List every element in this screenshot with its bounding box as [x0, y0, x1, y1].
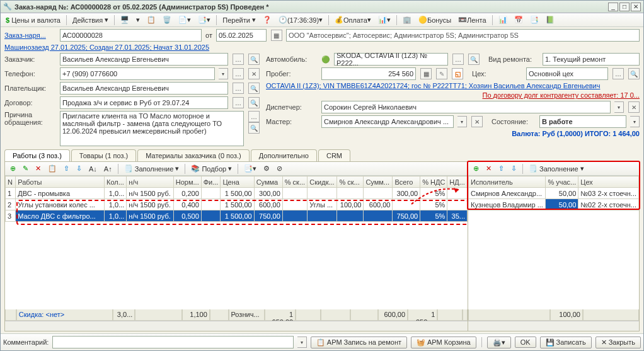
exec-col[interactable]: % учас...	[546, 176, 578, 188]
works-fill-button[interactable]: 🗒️ Заполнение ▾	[122, 163, 182, 174]
pay-button[interactable]: 💰Оплата▾	[332, 14, 374, 25]
exec-scrollbar[interactable]	[468, 321, 639, 331]
shop-lookup[interactable]: …	[612, 68, 624, 79]
works-edit-button[interactable]: ✎	[20, 163, 31, 174]
phone-input[interactable]: +7 (909) 0776600	[60, 67, 215, 80]
h-scrollbar[interactable]	[5, 321, 468, 331]
car-input[interactable]: SKODA, OCTAVIA II (1Z3) № Р222...	[334, 53, 448, 66]
tb-icon-7[interactable]: 📊▾	[376, 14, 393, 25]
mileage-warn[interactable]: ◱	[452, 68, 463, 79]
tape-button[interactable]: 📼Лента	[456, 14, 488, 25]
works-ext3-button[interactable]: ⊘	[274, 163, 285, 174]
works-copy-button[interactable]: 📋	[45, 163, 59, 174]
mileage-input[interactable]: 254 560	[321, 67, 416, 80]
payer-lookup[interactable]: …	[233, 83, 244, 94]
tb-icon-11[interactable]: 📑	[527, 14, 541, 25]
works-col[interactable]: Сумм...	[364, 176, 393, 188]
arm-basket-button[interactable]: 🧺АРМ Корзина	[411, 337, 476, 348]
order-no-input[interactable]: АС00000028	[60, 29, 202, 42]
bonus-button[interactable]: 🟡Бонусы	[416, 14, 454, 25]
tb-icon-4[interactable]: 🗑️	[160, 14, 174, 25]
minimize-button[interactable]: _	[608, 3, 618, 11]
tb-icon-1[interactable]: 🖥️	[118, 14, 132, 25]
tb-icon-10[interactable]: 📅	[512, 14, 526, 25]
exec-del-button[interactable]: ✕	[483, 163, 494, 174]
vin-link[interactable]: OCTAVIA II (1Z3); VIN TMBBE61Z4A2021724;…	[266, 82, 600, 89]
exec-down-button[interactable]: ⇩	[509, 163, 519, 174]
dispatcher-input[interactable]: Сорокин Сергей Николаевич	[321, 101, 611, 113]
reason-lookup[interactable]: …	[248, 111, 260, 122]
print-button[interactable]: 🖨️▾	[487, 337, 511, 348]
works-pick-button[interactable]: 📚 Подбор ▾	[188, 163, 234, 174]
car-lookup[interactable]: …	[452, 54, 464, 65]
master-clear[interactable]: ✕	[471, 116, 483, 127]
phone-lookup[interactable]: …	[233, 68, 244, 79]
dispatcher-dd[interactable]: ▾	[614, 101, 624, 113]
actions-dropdown[interactable]: Действия ▾	[70, 14, 111, 25]
table-row[interactable]: 3Масло ДВС с фильтро...1,0...н/ч 1500 ру…	[6, 210, 468, 222]
works-col[interactable]: Работы	[16, 176, 105, 188]
state-dd[interactable]: ▾	[630, 116, 640, 127]
car-search[interactable]: 🔍	[468, 54, 480, 65]
works-col[interactable]: % ск...	[337, 176, 364, 188]
works-del-button[interactable]: ✕	[33, 163, 43, 174]
tb-time[interactable]: 🕐(17:36:39)▾	[276, 14, 325, 25]
comment-input[interactable]	[52, 336, 293, 348]
shop-input[interactable]: Основной цех	[526, 67, 608, 80]
tb-icon-8[interactable]: 🏢	[400, 14, 414, 25]
works-col[interactable]: Цена	[221, 176, 254, 188]
works-col[interactable]: N	[6, 176, 16, 188]
repair-input[interactable]: 1. Текущий ремонт	[543, 53, 640, 66]
comment-dd[interactable]: ▾	[297, 337, 307, 348]
state-input[interactable]: В работе	[539, 115, 626, 128]
works-col[interactable]: НД...	[447, 176, 468, 188]
works-col[interactable]: % НДС	[420, 176, 447, 188]
tb-icon-6[interactable]: 📑▾	[195, 14, 213, 25]
exec-up-button[interactable]: ⇧	[496, 163, 507, 174]
payer-search[interactable]: 🔍	[248, 83, 260, 94]
works-col[interactable]: Сумма	[254, 176, 282, 188]
ok-button[interactable]: OK	[515, 337, 536, 348]
works-down-button[interactable]: ⇩	[74, 163, 84, 174]
maximize-button[interactable]: □	[619, 3, 630, 11]
tab-extra[interactable]: Дополнительно	[251, 149, 317, 161]
phone-dropdown[interactable]: ▾	[219, 68, 228, 79]
mileage-calc[interactable]: ▦	[420, 68, 432, 79]
works-col[interactable]: Фи...	[201, 176, 221, 188]
prices-currency-button[interactable]: $ Цены и валюта	[3, 15, 63, 25]
works-col[interactable]: Норм...	[173, 176, 201, 188]
go-dropdown[interactable]: Перейти ▾	[220, 14, 258, 25]
works-sort-az-button[interactable]: A↓	[86, 164, 100, 174]
tb-icon-9[interactable]: 📊	[496, 14, 510, 25]
works-grid[interactable]: NРаботыКол...н/чНорм...Фи...ЦенаСумма% с…	[5, 176, 468, 309]
works-col[interactable]: н/ч	[127, 176, 173, 188]
arm-record-button[interactable]: 📋АРМ Запись на ремонт	[311, 337, 407, 348]
tb-help-icon[interactable]: ❓	[260, 14, 274, 25]
works-ext1-button[interactable]: 📑▾	[241, 163, 259, 174]
contract-lookup[interactable]: …	[233, 97, 244, 108]
close-button[interactable]: ✕	[631, 3, 641, 11]
customer-input[interactable]: Васильев Александр Евгеньевич	[60, 53, 228, 66]
table-row[interactable]: Смирнов Александр...50,00№03 2-х стоечн.…	[469, 188, 639, 199]
master-dd[interactable]: ▾	[457, 116, 467, 127]
works-col[interactable]: Кол...	[104, 176, 126, 188]
exec-col[interactable]: Цех	[578, 176, 639, 188]
phone-clear[interactable]: ✕	[248, 68, 260, 79]
customer-search-button[interactable]: 🔍	[248, 54, 260, 65]
works-add-button[interactable]: ⊕	[8, 163, 18, 174]
shop-search[interactable]: 🔍	[628, 68, 640, 79]
payer-input[interactable]: Васильев Александр Евгеньевич	[60, 82, 228, 95]
exec-col[interactable]: Исполнитель	[469, 176, 546, 188]
contract-search[interactable]: 🔍	[248, 97, 260, 108]
works-up-button[interactable]: ⇧	[61, 163, 72, 174]
customer-lookup-button[interactable]: …	[233, 54, 244, 65]
works-ext2-button[interactable]: ⚙	[261, 163, 272, 174]
save-button[interactable]: 💾Записать	[540, 337, 592, 348]
works-sort-za-button[interactable]: A↑	[101, 164, 115, 174]
tb-icon-12[interactable]: 📗	[543, 14, 557, 25]
mileage-wand[interactable]: ✎	[436, 68, 447, 79]
contract-input[interactable]: Продажа з/ч и сервис в Руб от 29.07.24	[60, 96, 228, 109]
tb-icon-2[interactable]: ▾	[134, 14, 142, 25]
exec-fill-button[interactable]: 🗒️ Заполнение ▾	[526, 163, 587, 174]
close-window-button[interactable]: ✕Закрыть	[595, 337, 641, 348]
